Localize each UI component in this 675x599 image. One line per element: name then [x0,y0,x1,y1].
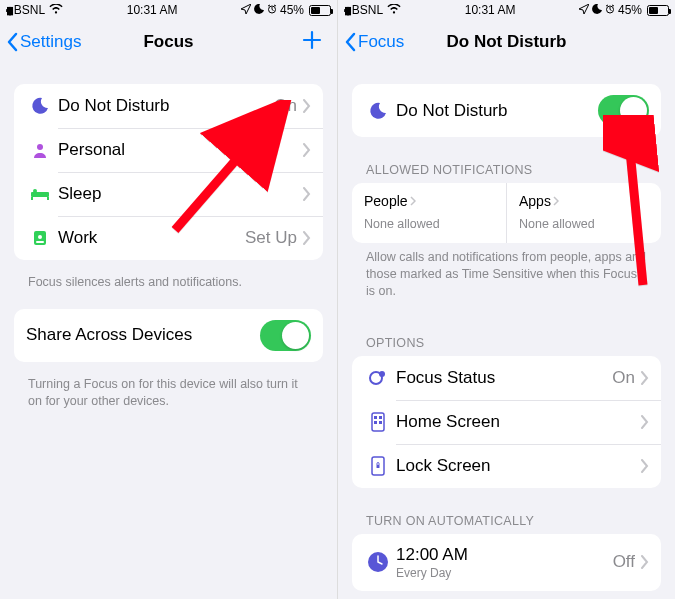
option-lock-screen[interactable]: Lock Screen [352,444,661,488]
alarm-icon [605,3,615,17]
lock-screen-icon [364,456,392,476]
chevron-right-icon [553,196,559,206]
focus-list-group: Do Not Disturb On Personal Sleep Work Se… [14,84,323,260]
badge-icon [26,229,54,247]
row-label: Personal [58,140,303,160]
auto-schedule-row[interactable]: 12:00 AM Every Day Off [352,534,661,591]
wifi-icon [387,3,401,17]
chevron-left-icon [344,32,356,52]
focus-row-work[interactable]: Work Set Up [14,216,323,260]
auto-time: 12:00 AM [396,545,613,565]
svg-rect-3 [31,197,33,200]
row-label: Home Screen [396,412,641,432]
svg-rect-13 [372,413,384,431]
svg-rect-4 [47,197,49,200]
add-button[interactable] [301,29,323,55]
moon-icon [254,3,264,17]
carrier-label: BSNL [14,3,45,17]
bed-icon [26,187,54,201]
alarm-icon [267,3,277,17]
battery-icon [645,5,669,16]
battery-icon [307,5,331,16]
option-focus-status[interactable]: Focus Status On [352,356,661,400]
dnd-toggle-row[interactable]: Do Not Disturb [352,84,661,137]
nav-bar: Settings Focus [0,20,337,64]
option-home-screen[interactable]: Home Screen [352,400,661,444]
focus-row-personal[interactable]: Personal [14,128,323,172]
wifi-icon [49,3,63,17]
signal-icon: ▪▪▮▮ [344,4,348,17]
screen-dnd-detail: ▪▪▮▮ BSNL 10:31 AM 45% Focus Do Not Dist… [337,0,675,599]
row-value: Set Up [245,228,297,248]
focus-row-sleep[interactable]: Sleep [14,172,323,216]
dnd-toggle[interactable] [598,95,649,126]
chevron-right-icon [641,415,649,429]
carrier-label: BSNL [352,3,383,17]
svg-rect-15 [379,416,382,419]
svg-rect-17 [379,421,382,424]
chevron-right-icon [641,459,649,473]
svg-rect-2 [31,192,49,197]
people-label: People [364,193,408,209]
chevron-right-icon [303,231,311,245]
auto-group: 12:00 AM Every Day Off [352,534,661,591]
chevron-right-icon [410,196,416,206]
clock-icon [364,551,392,573]
focus-status-icon [364,368,392,388]
share-group: Share Across Devices [14,309,323,362]
auto-sub: Every Day [396,566,613,580]
clock-label: 10:31 AM [127,3,178,17]
share-footer: Turning a Focus on for this device will … [14,370,323,428]
chevron-right-icon [303,187,311,201]
row-value: On [274,96,297,116]
row-label: Work [58,228,245,248]
screen-focus-list: ▪▪▮▮ BSNL 10:31 AM 45% Settings Focus Do… [0,0,337,599]
chevron-right-icon [303,99,311,113]
allowed-apps-cell[interactable]: Apps None allowed [506,183,661,243]
row-label: Do Not Disturb [58,96,274,116]
moon-icon [592,3,602,17]
plus-icon [301,29,323,51]
back-label: Focus [358,32,404,52]
focus-footer: Focus silences alerts and notifications. [14,268,323,309]
page-title: Do Not Disturb [447,32,567,52]
row-value: On [612,368,635,388]
options-header: OPTIONS [352,318,661,356]
moon-icon [364,101,392,121]
apps-sub: None allowed [519,217,649,231]
chevron-right-icon [303,143,311,157]
allowed-people-cell[interactable]: People None allowed [352,183,506,243]
back-label: Settings [20,32,81,52]
dnd-toggle-group: Do Not Disturb [352,84,661,137]
svg-rect-19 [377,465,380,468]
row-label: Sleep [58,184,303,204]
share-toggle[interactable] [260,320,311,351]
share-label: Share Across Devices [26,325,260,345]
svg-point-1 [37,144,43,150]
options-group: Focus Status On Home Screen Lock Screen [352,356,661,488]
allowed-footer: Allow calls and notifications from peopl… [352,243,661,318]
auto-header: TURN ON AUTOMATICALLY [352,496,661,534]
svg-point-12 [379,371,385,377]
back-button[interactable]: Focus [344,32,404,52]
nav-bar: Focus Do Not Disturb [338,20,675,64]
clock-label: 10:31 AM [465,3,516,17]
back-button[interactable]: Settings [6,32,81,52]
focus-row-do-not-disturb[interactable]: Do Not Disturb On [14,84,323,128]
people-sub: None allowed [364,217,494,231]
location-icon [579,3,589,17]
signal-icon: ▪▪▮▮ [6,4,10,17]
svg-rect-14 [374,416,377,419]
svg-rect-16 [374,421,377,424]
chevron-left-icon [6,32,18,52]
chevron-right-icon [641,555,649,569]
share-row[interactable]: Share Across Devices [14,309,323,362]
row-label: Lock Screen [396,456,641,476]
allowed-header: ALLOWED NOTIFICATIONS [352,145,661,183]
battery-pct: 45% [618,3,642,17]
status-bar: ▪▪▮▮ BSNL 10:31 AM 45% [0,0,337,20]
battery-pct: 45% [280,3,304,17]
page-title: Focus [143,32,193,52]
moon-icon [26,96,54,116]
status-bar: ▪▪▮▮ BSNL 10:31 AM 45% [338,0,675,20]
